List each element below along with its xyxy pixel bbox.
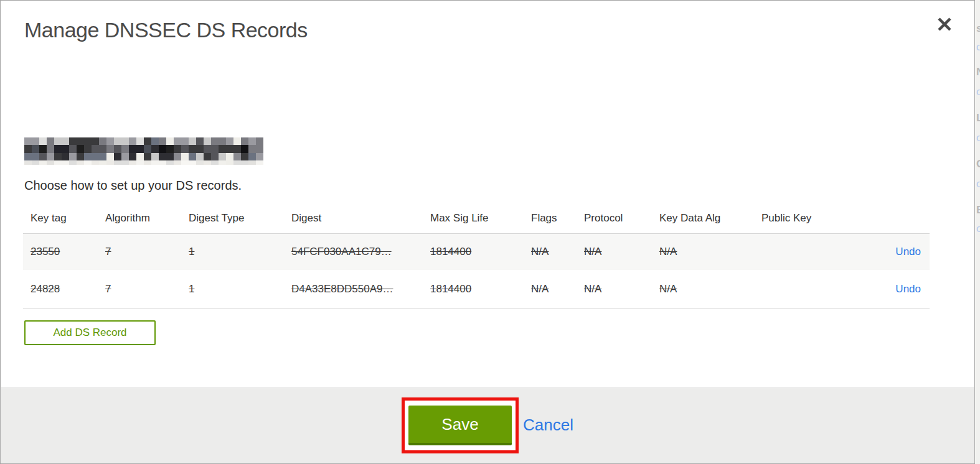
instruction-text: Choose how to set up your DS records. (24, 179, 242, 193)
page: Manage DNSSEC DS Records Choose how to s… (0, 0, 980, 464)
col-header-max-sig-life: Max Sig Life (430, 206, 531, 234)
background-text-fragment: o (976, 132, 980, 144)
col-header-flags: Flags (531, 206, 584, 234)
undo-link[interactable]: Undo (895, 283, 921, 295)
background-text-fragment: o (976, 178, 980, 190)
cell-digest-type: 1 (189, 270, 291, 309)
background-text-fragment: N (976, 66, 980, 78)
background-text-fragment: s (976, 22, 980, 35)
modal-footer: Save Cancel (1, 387, 974, 463)
col-header-digest-type: Digest Type (189, 206, 291, 234)
cell-algorithm: 7 (105, 234, 189, 270)
undo-link[interactable]: Undo (895, 246, 921, 258)
redacted-domain-name (24, 137, 263, 165)
cell-key-tag: 23550 (23, 234, 105, 270)
col-header-key-data-alg: Key Data Alg (659, 206, 761, 234)
ds-records-table: Key tag Algorithm Digest Type Digest Max… (23, 206, 930, 309)
table-row: 2482871D4A33E8DD550A9…1814400N/AN/AN/AUn… (23, 270, 930, 309)
col-header-digest: Digest (291, 206, 430, 234)
cell-digest: 54FCF030AA1C79… (291, 234, 430, 270)
cell-digest-type: 1 (189, 234, 291, 270)
cell-max-sig-life: 1814400 (430, 234, 531, 270)
save-button[interactable]: Save (408, 406, 512, 445)
red-annotation-box: Save (402, 397, 519, 453)
cell-digest: D4A33E8DD550A9… (291, 270, 430, 309)
background-text-fragment: o (976, 223, 980, 235)
cancel-link[interactable]: Cancel (523, 415, 573, 435)
col-header-algorithm: Algorithm (105, 206, 189, 234)
background-text-fragment: o (976, 86, 980, 98)
close-icon (936, 16, 953, 35)
cell-max-sig-life: 1814400 (430, 270, 531, 309)
cell-flags: N/A (531, 270, 584, 309)
cell-algorithm: 7 (105, 270, 189, 309)
cell-key-data-alg: N/A (659, 270, 761, 309)
background-text-fragment: d (976, 41, 980, 53)
background-text-fragment: E (976, 204, 980, 216)
col-header-public-key: Public Key (761, 206, 867, 234)
cell-public-key (761, 234, 867, 270)
cell-protocol: N/A (584, 270, 659, 309)
cell-key-tag: 24828 (23, 270, 105, 309)
cell-flags: N/A (531, 234, 584, 270)
background-text-fragment: C (976, 158, 980, 170)
col-header-action (867, 206, 930, 234)
manage-dnssec-modal: Manage DNSSEC DS Records Choose how to s… (0, 0, 975, 464)
add-ds-record-button[interactable]: Add DS Record (24, 320, 156, 345)
table-header-row: Key tag Algorithm Digest Type Digest Max… (23, 206, 930, 234)
col-header-protocol: Protocol (584, 206, 659, 234)
background-text-fragment: L (976, 112, 980, 124)
cell-protocol: N/A (584, 234, 659, 270)
col-header-key-tag: Key tag (23, 206, 105, 234)
cell-key-data-alg: N/A (659, 234, 761, 270)
table-row: 235507154FCF030AA1C79…1814400N/AN/AN/AUn… (23, 234, 930, 270)
close-button[interactable] (932, 13, 957, 38)
page-title: Manage DNSSEC DS Records (24, 18, 308, 42)
cell-public-key (761, 270, 867, 309)
